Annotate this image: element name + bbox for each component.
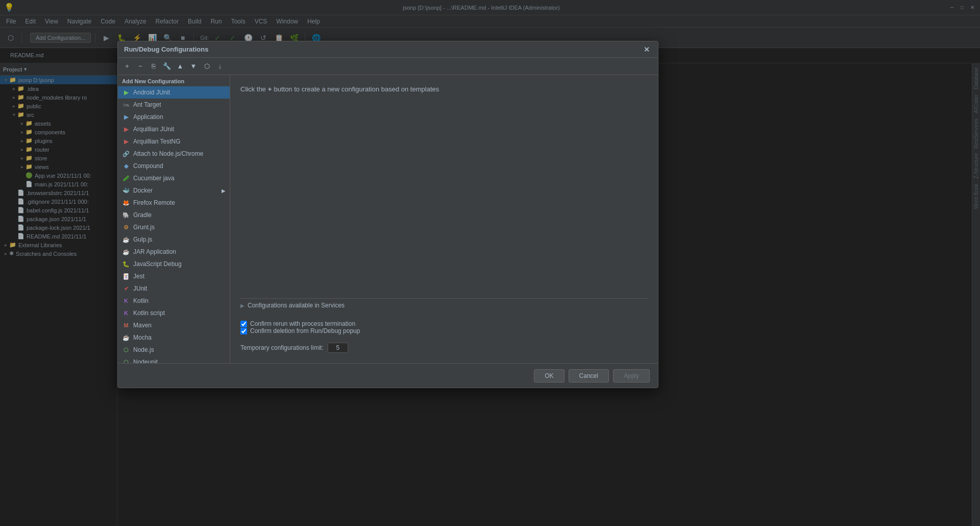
checkbox-1[interactable]	[240, 328, 247, 334]
config-list-item[interactable]: 🥒Cucumber java	[118, 172, 230, 184]
dialog-footer: OK Cancel Apply	[118, 363, 658, 388]
config-item-icon: ▶	[122, 137, 130, 146]
config-list-item[interactable]: ▶Android JUnit	[118, 86, 230, 99]
config-item-icon: K	[122, 297, 130, 305]
config-list-item[interactable]: 🐘Gradle	[118, 209, 230, 221]
ok-button[interactable]: OK	[534, 369, 564, 382]
config-item-label: Android JUnit	[133, 89, 170, 96]
cancel-button[interactable]: Cancel	[569, 369, 609, 382]
config-item-label: Grunt.js	[133, 224, 155, 231]
modal-overlay: Run/Debug Configurations ✕ + − ⎘ 🔧 ▲ ▼ ⬡…	[0, 0, 980, 526]
checkbox-row-1: Confirm deletion from Run/Debug popup	[240, 327, 648, 334]
config-item-label: Arquillian JUnit	[133, 126, 174, 133]
config-list-item[interactable]: ▶Application	[118, 111, 230, 123]
config-item-icon: ☕	[122, 248, 130, 256]
checkbox-row-0: Confirm rerun with process termination	[240, 320, 648, 327]
config-item-icon: 🔗	[122, 150, 130, 158]
temp-config-label: Temporary configurations limit:	[240, 344, 324, 351]
config-item-icon: ⬡	[122, 358, 130, 363]
config-list-item[interactable]: 🐛JavaScript Debug	[118, 258, 230, 270]
config-item-icon: 🐘	[122, 211, 130, 219]
download-toolbar-button[interactable]: ↓	[214, 60, 226, 73]
config-item-icon: 🥒	[122, 174, 130, 182]
config-list-item[interactable]: 🦊Firefox Remote	[118, 197, 230, 209]
move-up-toolbar-button[interactable]: ▲	[174, 60, 186, 73]
config-placeholder: Click the + button to create a new confi…	[240, 85, 648, 93]
config-item-label: Maven	[133, 322, 152, 329]
content-spacer	[240, 101, 648, 290]
config-list-item[interactable]: KKotlin	[118, 295, 230, 307]
config-item-icon: M	[122, 321, 130, 329]
config-content: Click the + button to create a new confi…	[230, 75, 658, 363]
config-item-icon: ◈	[122, 162, 130, 170]
config-list-item[interactable]: ▶Arquillian TestNG	[118, 135, 230, 148]
config-item-label: Node.js	[133, 346, 154, 353]
config-item-label: Gulp.js	[133, 236, 152, 243]
checkbox-0[interactable]	[240, 321, 247, 327]
placeholder-text-2: button to create a new configuration bas…	[274, 85, 439, 93]
config-list-item[interactable]: ⬡Nodeunit	[118, 356, 230, 363]
add-config-toolbar-button[interactable]: +	[121, 60, 133, 73]
wrench-toolbar-button[interactable]: 🔧	[161, 60, 173, 73]
config-list-item[interactable]: ☕Mocha	[118, 331, 230, 344]
checkboxes-container: Confirm rerun with process terminationCo…	[240, 320, 648, 334]
config-item-icon: 🐜	[122, 101, 130, 109]
config-item-label: Firefox Remote	[133, 199, 175, 206]
move-down-toolbar-button[interactable]: ▼	[187, 60, 200, 73]
config-list-item[interactable]: ⚙Grunt.js	[118, 221, 230, 233]
services-arrow-icon: ▶	[240, 303, 244, 308]
dialog-title: Run/Debug Configurations	[124, 45, 208, 53]
dialog-close-button[interactable]: ✕	[642, 44, 652, 55]
config-list: ▶Android JUnit🐜Ant Target▶Application▶Ar…	[118, 86, 230, 363]
config-list-item[interactable]: ☕Gulp.js	[118, 233, 230, 246]
apply-button[interactable]: Apply	[613, 369, 650, 382]
config-item-label: Nodeunit	[133, 358, 158, 363]
sort-toolbar-button[interactable]: ⬡	[201, 60, 213, 73]
config-item-icon: K	[122, 309, 130, 317]
config-list-item[interactable]: ⬡Node.js	[118, 344, 230, 356]
config-item-icon: 🦊	[122, 199, 130, 207]
placeholder-text: Click the	[240, 85, 266, 93]
config-item-icon: 🃏	[122, 272, 130, 280]
config-item-icon: ✔	[122, 284, 130, 293]
config-item-icon: 🐛	[122, 260, 130, 268]
config-item-icon: ▶	[122, 125, 130, 133]
dialog-body: Add New Configuration ▶Android JUnit🐜Ant…	[118, 75, 658, 363]
checkbox-label-1: Confirm deletion from Run/Debug popup	[250, 327, 360, 334]
config-list-item[interactable]: MMaven	[118, 319, 230, 331]
config-item-label: JUnit	[133, 285, 147, 292]
config-item-label: Attach to Node.js/Chrome	[133, 150, 203, 157]
config-list-item[interactable]: ☕JAR Application	[118, 246, 230, 258]
config-list-item[interactable]: KKotlin script	[118, 307, 230, 319]
config-list-item[interactable]: 🔗Attach to Node.js/Chrome	[118, 148, 230, 160]
config-item-label: Compound	[133, 162, 163, 170]
copy-config-toolbar-button[interactable]: ⎘	[148, 60, 160, 73]
config-item-label: Arquillian TestNG	[133, 138, 180, 145]
config-item-label: Mocha	[133, 334, 152, 341]
config-list-item[interactable]: ◈Compound	[118, 160, 230, 172]
temp-config-input[interactable]	[328, 343, 348, 353]
config-item-icon: ⬡	[122, 346, 130, 354]
config-list-item[interactable]: 🃏Jest	[118, 270, 230, 282]
config-item-label: JavaScript Debug	[133, 260, 182, 268]
config-item-label: JAR Application	[133, 248, 176, 255]
config-list-panel: Add New Configuration ▶Android JUnit🐜Ant…	[118, 75, 230, 363]
config-item-icon: 🐳	[122, 186, 130, 195]
dialog-toolbar: + − ⎘ 🔧 ▲ ▼ ⬡ ↓	[118, 58, 658, 75]
config-list-item[interactable]: 🐳Docker▶	[118, 184, 230, 197]
config-list-item[interactable]: ▶Arquillian JUnit	[118, 123, 230, 135]
config-section-header: Add New Configuration	[118, 75, 230, 86]
config-item-icon: ▶	[122, 88, 130, 97]
remove-config-toolbar-button[interactable]: −	[134, 60, 146, 73]
config-item-label: Kotlin	[133, 297, 149, 304]
config-list-item[interactable]: ✔JUnit	[118, 282, 230, 295]
temp-config-row: Temporary configurations limit:	[240, 343, 648, 353]
config-item-label: Kotlin script	[133, 309, 165, 317]
services-row[interactable]: ▶ Configurations available in Services	[240, 298, 648, 312]
config-list-item[interactable]: 🐜Ant Target	[118, 99, 230, 111]
config-item-icon: ⚙	[122, 223, 130, 231]
run-debug-dialog: Run/Debug Configurations ✕ + − ⎘ 🔧 ▲ ▼ ⬡…	[117, 41, 658, 388]
config-item-label: Cucumber java	[133, 175, 175, 182]
services-label: Configurations available in Services	[248, 302, 345, 309]
config-item-label: Docker	[133, 187, 153, 194]
